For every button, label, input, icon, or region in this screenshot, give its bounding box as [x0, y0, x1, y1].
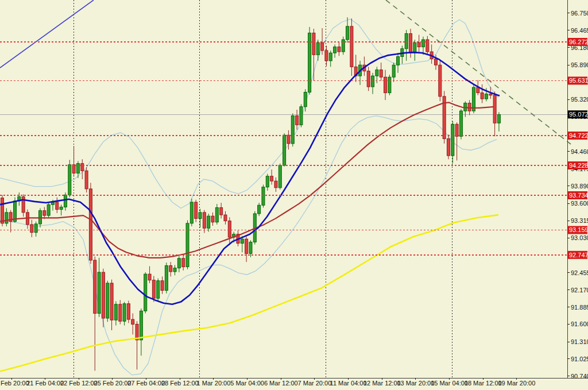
price-axis-label: 90.740 — [571, 373, 588, 380]
candle-body — [481, 93, 483, 99]
time-axis-label: 11 Mar 04:00 — [330, 380, 367, 387]
candle-body — [81, 164, 84, 171]
time-axis-label: 22 Feb 12:00 — [60, 380, 98, 387]
candle-body — [397, 56, 400, 65]
candle-body — [94, 260, 96, 314]
candle-body — [493, 95, 496, 123]
price-tag-label: 94.722 — [569, 132, 588, 139]
candle — [278, 164, 281, 190]
time-axis-label: 5 Mar 04:00 — [230, 380, 264, 387]
price-axis-label: 94.460 — [571, 148, 588, 155]
candle-body — [110, 283, 113, 320]
price-tag: 95.631 — [568, 76, 588, 84]
candle-body — [173, 268, 176, 272]
price-axis-label: 92.170 — [571, 287, 588, 294]
candle-body — [350, 26, 353, 67]
time-axis-label: 15 Mar 04:00 — [431, 380, 468, 387]
candle-body — [455, 124, 458, 136]
candle — [106, 281, 109, 322]
candle — [472, 85, 475, 113]
candle-body — [144, 274, 147, 311]
candle-body — [485, 94, 488, 99]
candle — [308, 27, 311, 95]
time-axis[interactable]: Feb 20:0021 Feb 04:0022 Feb 12:0025 Feb … — [1, 378, 535, 387]
price-axis-label: 93.030 — [571, 234, 588, 241]
candle-body — [245, 239, 248, 253]
candle-body — [119, 304, 122, 321]
candle-body — [258, 205, 261, 214]
candle-body — [1, 198, 4, 223]
candle-body — [182, 258, 185, 267]
candle-body — [123, 304, 126, 322]
candle-body — [300, 107, 303, 125]
candle-body — [203, 213, 206, 228]
candle — [157, 279, 160, 301]
candle-body — [477, 87, 479, 92]
candle-body — [296, 116, 299, 125]
time-axis-label: Feb 20:00 — [1, 380, 29, 387]
candle-body — [68, 165, 71, 195]
candle-body — [85, 171, 88, 189]
price-axis-label: 95.890 — [571, 61, 588, 68]
candle — [388, 75, 391, 95]
time-axis-label: 19 Mar 20:00 — [498, 380, 535, 387]
price-axis-label: 95.320 — [571, 96, 588, 103]
price-axis-label: 91.885 — [571, 304, 588, 311]
candle-body — [161, 281, 164, 291]
candle-body — [367, 71, 370, 87]
candle-body — [413, 43, 416, 53]
candle-body — [56, 202, 59, 210]
candle-body — [106, 283, 109, 318]
candle-body — [376, 70, 378, 76]
candle-body — [417, 43, 420, 47]
candle-body — [220, 207, 223, 215]
candle-body — [98, 272, 100, 314]
candle-body — [169, 265, 172, 272]
time-axis-label: 27 Feb 04:00 — [127, 380, 165, 387]
candle-body — [346, 26, 349, 40]
candle-body — [165, 265, 168, 290]
candle — [85, 167, 88, 192]
time-axis-label: 12 Mar 12:00 — [363, 380, 401, 387]
candle-body — [459, 111, 462, 136]
candle-body — [177, 258, 180, 268]
candle-body — [152, 280, 155, 299]
price-tag-label: 95.631 — [569, 77, 588, 84]
candle-body — [89, 189, 92, 260]
price-tag-label: 92.747 — [569, 252, 588, 258]
candle-body — [422, 40, 425, 47]
candle-body — [380, 70, 382, 78]
price-tag: 93.159 — [568, 226, 588, 234]
candle-body — [211, 216, 214, 222]
price-axis-label: 91.310 — [571, 338, 588, 345]
candle-body — [321, 43, 324, 51]
price-axis-label: 96.465 — [571, 27, 588, 34]
candle — [127, 300, 130, 323]
price-axis-label: 93.315 — [571, 217, 588, 224]
candle-body — [291, 116, 294, 144]
candle-body — [266, 176, 269, 187]
candle — [165, 262, 168, 294]
candle-body — [195, 202, 198, 218]
price-tag-label: 95.072 — [569, 111, 588, 118]
price-tag-label: 94.228 — [569, 162, 588, 169]
candle-body — [131, 319, 134, 324]
candle-body — [270, 176, 273, 181]
candle-body — [140, 311, 142, 339]
price-tag-label: 93.734 — [569, 192, 588, 199]
current-price-tag: 95.072 — [568, 110, 588, 118]
time-axis-label: 7 Mar 20:00 — [298, 380, 332, 387]
price-axis-label: 93.890 — [571, 183, 588, 190]
candle-body — [334, 47, 336, 53]
price-tag: 94.228 — [568, 161, 588, 169]
candle-body — [114, 304, 117, 320]
price-axis-label: 91.025 — [571, 356, 588, 362]
price-chart[interactable]: 96.75096.46596.18095.89095.60595.32095.0… — [0, 0, 588, 390]
trading-chart-window: 96.75096.46596.18095.89095.60595.32095.0… — [0, 0, 588, 390]
candle-body — [274, 181, 277, 188]
candle-body — [228, 221, 231, 237]
candle-body — [426, 40, 429, 52]
candle — [186, 221, 189, 269]
candle-body — [316, 43, 319, 55]
price-tag: 94.722 — [568, 132, 588, 140]
